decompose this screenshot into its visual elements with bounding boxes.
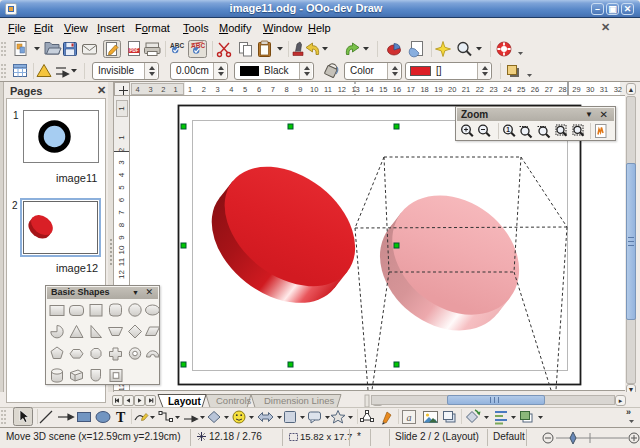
svg-text:16: 16 xyxy=(393,85,401,94)
svg-text:31: 31 xyxy=(600,85,608,94)
svg-text:5: 5 xyxy=(243,85,247,94)
svg-text:Layout: Layout xyxy=(168,396,201,407)
svg-text:27: 27 xyxy=(545,85,553,94)
svg-text:Dimension Lines: Dimension Lines xyxy=(264,395,334,406)
svg-text:10: 10 xyxy=(310,85,318,94)
svg-text:PDF: PDF xyxy=(130,48,139,53)
svg-text:25: 25 xyxy=(517,85,525,94)
svg-text:28: 28 xyxy=(558,85,566,94)
svg-text:22: 22 xyxy=(476,85,484,94)
svg-text:»: » xyxy=(626,407,631,417)
svg-text:3: 3 xyxy=(149,85,153,94)
svg-text:3: 3 xyxy=(216,85,220,94)
svg-text:3: 3 xyxy=(117,160,126,165)
svg-text:9: 9 xyxy=(298,85,302,94)
svg-text:1: 1 xyxy=(188,85,192,94)
svg-text:4: 4 xyxy=(117,172,126,177)
svg-text:6: 6 xyxy=(257,85,261,94)
svg-text:12: 12 xyxy=(117,270,126,279)
svg-text:1: 1 xyxy=(117,135,126,140)
svg-text:24: 24 xyxy=(503,85,511,94)
svg-text:6: 6 xyxy=(117,197,126,202)
svg-text:a: a xyxy=(407,412,412,423)
svg-text:7: 7 xyxy=(271,85,275,94)
svg-text:T: T xyxy=(116,410,126,425)
svg-text:17: 17 xyxy=(407,85,415,94)
svg-text:26: 26 xyxy=(531,85,539,94)
svg-text:12: 12 xyxy=(338,85,346,94)
svg-text:15: 15 xyxy=(379,85,387,94)
svg-text:13: 13 xyxy=(351,85,359,94)
svg-text:7: 7 xyxy=(117,210,126,215)
svg-text:23: 23 xyxy=(489,85,497,94)
svg-text:20: 20 xyxy=(448,85,456,94)
svg-text:Controls: Controls xyxy=(216,395,252,406)
svg-text:32: 32 xyxy=(614,85,622,94)
svg-text:4: 4 xyxy=(229,85,233,94)
svg-text:2: 2 xyxy=(161,85,165,94)
svg-text:1: 1 xyxy=(117,106,126,111)
svg-text:14: 14 xyxy=(365,85,373,94)
svg-text:1: 1 xyxy=(506,126,510,133)
svg-text:11: 11 xyxy=(117,257,126,266)
svg-text:1: 1 xyxy=(173,85,177,94)
svg-text:4: 4 xyxy=(135,85,139,94)
svg-text:11: 11 xyxy=(324,85,332,94)
svg-text:29: 29 xyxy=(572,85,580,94)
svg-text:19: 19 xyxy=(434,85,442,94)
svg-text:8: 8 xyxy=(117,222,126,227)
svg-text:5: 5 xyxy=(117,185,126,190)
svg-text:21: 21 xyxy=(462,85,470,94)
svg-text:10: 10 xyxy=(117,245,126,254)
svg-text:8: 8 xyxy=(285,85,289,94)
svg-text:18: 18 xyxy=(420,85,428,94)
svg-text:2: 2 xyxy=(202,85,206,94)
svg-text:30: 30 xyxy=(586,85,594,94)
svg-text:9: 9 xyxy=(117,235,126,240)
